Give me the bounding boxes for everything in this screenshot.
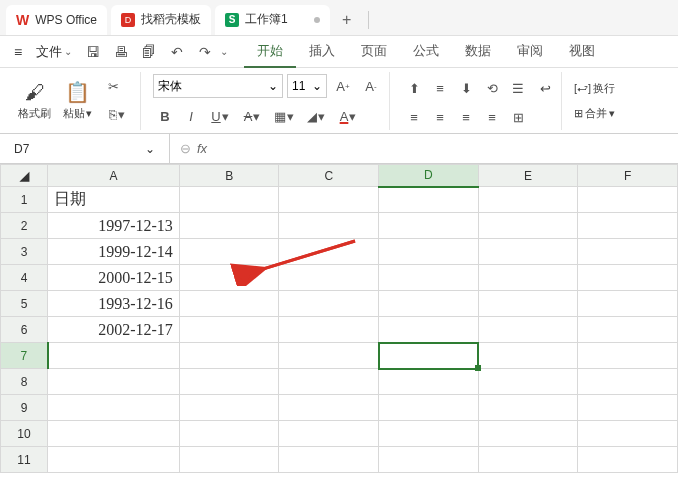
col-header-F[interactable]: F (578, 165, 678, 187)
font-name-select[interactable]: 宋体⌄ (153, 74, 283, 98)
font-color-button[interactable]: A▾ (333, 105, 363, 127)
cell[interactable] (478, 265, 578, 291)
cell[interactable] (578, 447, 678, 473)
cell[interactable] (478, 317, 578, 343)
cell[interactable] (279, 213, 379, 239)
col-header-D[interactable]: D (379, 165, 479, 187)
cell[interactable] (478, 343, 578, 369)
cell[interactable]: 日期 (48, 187, 180, 213)
cut-button[interactable]: ✂ (100, 75, 126, 99)
cell[interactable] (478, 395, 578, 421)
print-preview-button[interactable]: 🗐 (136, 40, 162, 64)
tab-template[interactable]: D 找稻壳模板 (111, 5, 211, 35)
ribbon-tab-start[interactable]: 开始 (244, 36, 296, 68)
font-size-select[interactable]: 11⌄ (287, 74, 327, 98)
cell[interactable] (179, 213, 279, 239)
increase-font-button[interactable]: A+ (331, 75, 355, 97)
ribbon-tab-data[interactable]: 数据 (452, 36, 504, 68)
undo-button[interactable]: ↶ (164, 40, 190, 64)
col-header-E[interactable]: E (478, 165, 578, 187)
cell[interactable] (379, 317, 479, 343)
cell[interactable] (379, 239, 479, 265)
cell[interactable] (578, 369, 678, 395)
formula-input[interactable] (217, 134, 678, 163)
cell[interactable] (48, 447, 180, 473)
underline-button[interactable]: U▾ (205, 105, 235, 127)
cell[interactable] (578, 395, 678, 421)
cell[interactable] (279, 343, 379, 369)
cell[interactable] (578, 265, 678, 291)
decrease-font-button[interactable]: A- (359, 75, 383, 97)
save-button[interactable]: 🖫 (80, 40, 106, 64)
cell[interactable] (379, 395, 479, 421)
cell[interactable] (578, 187, 678, 213)
cell[interactable] (279, 447, 379, 473)
copy-button[interactable]: ⎘▾ (100, 103, 134, 127)
row-header[interactable]: 1 (1, 187, 48, 213)
cell[interactable] (379, 291, 479, 317)
cell[interactable] (379, 369, 479, 395)
redo-button[interactable]: ↷ (192, 40, 218, 64)
cell[interactable] (179, 265, 279, 291)
name-box[interactable]: D7 ⌄ (0, 134, 170, 163)
bold-button[interactable]: B (153, 105, 177, 127)
qat-more-icon[interactable]: ⌄ (220, 46, 228, 57)
cell[interactable] (279, 239, 379, 265)
orientation-button[interactable]: ⟲ (480, 77, 504, 99)
cell[interactable] (578, 213, 678, 239)
cell[interactable] (379, 187, 479, 213)
cell[interactable] (478, 369, 578, 395)
cell[interactable] (379, 421, 479, 447)
fill-color-button[interactable]: ◢▾ (301, 105, 331, 127)
cell[interactable] (179, 187, 279, 213)
col-header-A[interactable]: A (48, 165, 180, 187)
ribbon-tab-review[interactable]: 审阅 (504, 36, 556, 68)
col-header-C[interactable]: C (279, 165, 379, 187)
cancel-formula-icon[interactable]: ⊖ (180, 141, 191, 156)
cell[interactable] (179, 317, 279, 343)
cell[interactable]: 1993-12-16 (48, 291, 180, 317)
cell[interactable]: 1999-12-14 (48, 239, 180, 265)
wrap-text-label[interactable]: [⮐]换行 (574, 81, 615, 96)
row-header[interactable]: 9 (1, 395, 48, 421)
cell[interactable] (48, 343, 180, 369)
spreadsheet-grid[interactable]: ◢ A B C D E F 1日期 21997-12-13 31999-12-1… (0, 164, 678, 473)
cell[interactable] (179, 447, 279, 473)
ribbon-tab-insert[interactable]: 插入 (296, 36, 348, 68)
align-bottom-button[interactable]: ⬇ (454, 77, 478, 99)
select-all-corner[interactable]: ◢ (1, 165, 48, 187)
align-top-button[interactable]: ⬆ (402, 77, 426, 99)
cell[interactable] (179, 239, 279, 265)
cell[interactable] (578, 291, 678, 317)
cell[interactable] (48, 421, 180, 447)
row-header[interactable]: 8 (1, 369, 48, 395)
row-header[interactable]: 6 (1, 317, 48, 343)
cell[interactable] (578, 421, 678, 447)
cell[interactable] (379, 447, 479, 473)
col-header-B[interactable]: B (179, 165, 279, 187)
tab-workbook[interactable]: S 工作簿1 (215, 5, 330, 35)
wrap-text-button[interactable]: ↩ (536, 79, 555, 98)
cell[interactable]: 2000-12-15 (48, 265, 180, 291)
file-menu[interactable]: 文件 ⌄ (30, 39, 78, 65)
merge-button[interactable]: ⊞合并▾ (574, 106, 615, 121)
cell[interactable] (179, 395, 279, 421)
align-middle-button[interactable]: ≡ (428, 77, 452, 99)
cell-selected[interactable] (379, 343, 479, 369)
cell[interactable] (578, 343, 678, 369)
cell[interactable] (179, 291, 279, 317)
cell[interactable] (279, 369, 379, 395)
row-header[interactable]: 5 (1, 291, 48, 317)
cell[interactable] (478, 213, 578, 239)
cell[interactable]: 1997-12-13 (48, 213, 180, 239)
cell[interactable] (478, 421, 578, 447)
ribbon-tab-view[interactable]: 视图 (556, 36, 608, 68)
cell[interactable] (478, 239, 578, 265)
paste-button[interactable]: 📋 粘贴▾ (59, 78, 96, 123)
cell[interactable] (179, 343, 279, 369)
row-header[interactable]: 2 (1, 213, 48, 239)
cell[interactable] (179, 421, 279, 447)
align-right-button[interactable]: ≡ (454, 106, 478, 128)
indent-button[interactable]: ☰ (506, 77, 530, 99)
format-painter-button[interactable]: 🖌 格式刷 (14, 78, 55, 123)
